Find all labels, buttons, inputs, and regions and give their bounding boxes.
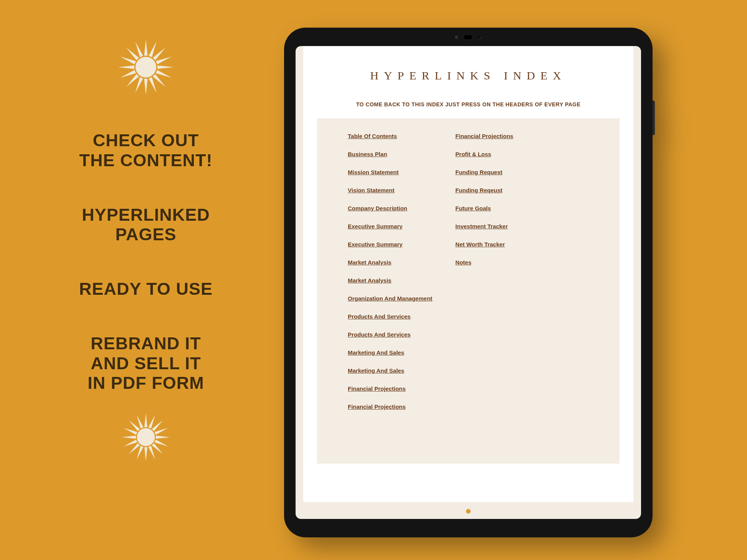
- page-title: HYPERLINKS INDEX: [317, 69, 620, 82]
- index-link[interactable]: Company Description: [348, 205, 432, 211]
- svg-marker-22: [156, 436, 170, 439]
- index-link[interactable]: Financial Projections: [455, 133, 513, 139]
- links-column-b: Financial ProjectionsProfit & LossFundin…: [455, 133, 513, 449]
- promo-column: CHECK OUT THE CONTENT! HYPERLINKED PAGES…: [38, 38, 253, 522]
- index-link[interactable]: Business Plan: [348, 151, 432, 157]
- svg-marker-26: [144, 447, 147, 461]
- tablet-mockup: HYPERLINKS INDEX TO COME BACK TO THIS IN…: [284, 28, 653, 537]
- index-link[interactable]: Financial Projections: [348, 403, 432, 410]
- promo-line: REBRAND IT: [88, 334, 204, 354]
- index-link[interactable]: Market Analysis: [348, 259, 432, 266]
- index-link[interactable]: Executive Summary: [348, 223, 432, 230]
- svg-marker-24: [152, 443, 164, 455]
- promo-line: READY TO USE: [79, 279, 213, 299]
- svg-marker-28: [128, 443, 140, 455]
- svg-marker-30: [122, 436, 136, 439]
- svg-marker-20: [152, 419, 164, 431]
- promo-text-2: HYPERLINKED PAGES: [82, 205, 210, 245]
- index-link[interactable]: Vision Statement: [348, 187, 432, 193]
- promo-line: AND SELL IT: [88, 354, 204, 373]
- svg-marker-13: [118, 66, 134, 69]
- index-link[interactable]: Table Of Contents: [348, 133, 432, 139]
- index-page: HYPERLINKS INDEX TO COME BACK TO THIS IN…: [303, 46, 633, 502]
- promo-line: HYPERLINKED: [82, 205, 210, 225]
- index-link[interactable]: Notes: [455, 259, 513, 266]
- svg-marker-5: [157, 66, 174, 69]
- svg-marker-11: [125, 74, 139, 88]
- page-indicator-dot: [466, 509, 471, 514]
- index-link[interactable]: Profit & Loss: [455, 151, 513, 157]
- svg-marker-15: [125, 46, 139, 60]
- page-subtitle: TO COME BACK TO THIS INDEX JUST PRESS ON…: [317, 101, 620, 107]
- sunburst-icon: [117, 38, 175, 96]
- sunburst-icon: [121, 412, 171, 462]
- index-link[interactable]: Financial Projections: [348, 385, 432, 392]
- svg-point-0: [136, 57, 156, 78]
- svg-marker-7: [153, 74, 167, 88]
- links-column-a: Table Of ContentsBusiness PlanMission St…: [348, 133, 432, 449]
- svg-marker-18: [144, 413, 147, 427]
- tablet-power-button: [653, 101, 655, 135]
- index-link[interactable]: Net Worth Tracker: [455, 241, 513, 248]
- svg-marker-9: [144, 79, 148, 95]
- tablet-screen: HYPERLINKS INDEX TO COME BACK TO THIS IN…: [296, 46, 641, 519]
- promo-line: THE CONTENT!: [79, 150, 213, 170]
- svg-marker-32: [128, 419, 140, 431]
- tablet-body: HYPERLINKS INDEX TO COME BACK TO THIS IN…: [284, 28, 653, 537]
- index-link[interactable]: Investment Tracker: [455, 223, 513, 230]
- tablet-camera: [455, 35, 482, 40]
- svg-marker-3: [153, 46, 167, 60]
- index-link[interactable]: Products And Services: [348, 331, 432, 338]
- index-link[interactable]: Funding Reqeust: [455, 187, 513, 193]
- index-link[interactable]: Executive Summary: [348, 241, 432, 248]
- links-panel: Table Of ContentsBusiness PlanMission St…: [317, 118, 620, 464]
- svg-point-17: [137, 428, 155, 446]
- promo-text-3: READY TO USE: [79, 279, 213, 299]
- index-link[interactable]: Products And Services: [348, 313, 432, 320]
- index-link[interactable]: Organization And Management: [348, 295, 432, 302]
- promo-text-4: REBRAND IT AND SELL IT IN PDF FORM: [88, 334, 204, 393]
- index-link[interactable]: Funding Request: [455, 169, 513, 175]
- promo-line: CHECK OUT: [79, 131, 213, 150]
- index-link[interactable]: Marketing And Sales: [348, 367, 432, 374]
- index-link[interactable]: Mission Statement: [348, 169, 432, 175]
- index-link[interactable]: Marketing And Sales: [348, 349, 432, 356]
- index-link[interactable]: Future Goals: [455, 205, 513, 211]
- promo-line: IN PDF FORM: [88, 373, 204, 393]
- promo-text-1: CHECK OUT THE CONTENT!: [79, 131, 213, 170]
- svg-marker-1: [144, 40, 148, 56]
- index-link[interactable]: Market Analysis: [348, 277, 432, 284]
- promo-line: PAGES: [82, 225, 210, 244]
